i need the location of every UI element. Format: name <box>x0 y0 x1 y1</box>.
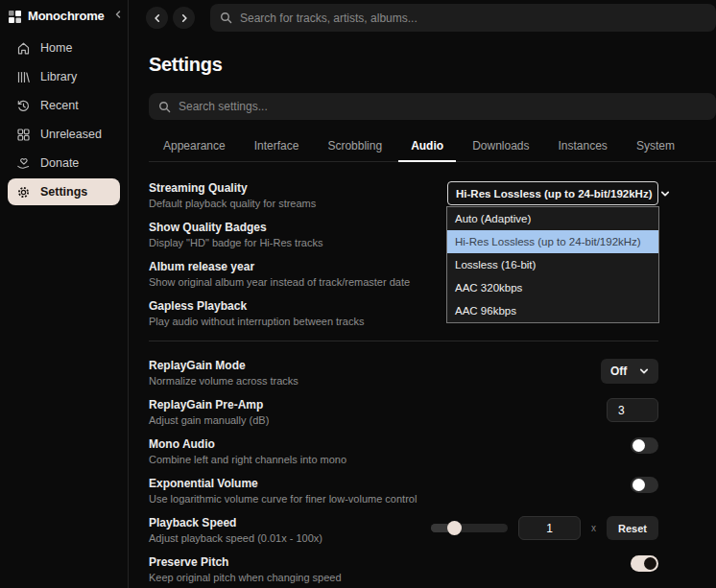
sidebar-item-donate[interactable]: Donate <box>8 150 120 176</box>
row-text: Gapless Playback Play audio without inte… <box>149 299 373 327</box>
setting-row-replaygain-preamp: ReplayGain Pre-Amp Adjust gain manually … <box>149 398 658 426</box>
sidebar-item-label: Recent <box>40 99 79 112</box>
chevron-down-icon <box>660 189 670 199</box>
setting-row-mono-audio: Mono Audio Combine left and right channe… <box>149 437 658 465</box>
dropdown-option-hires[interactable]: Hi-Res Lossless (up to 24-bit/192kHz) <box>447 230 658 253</box>
toggle-knob <box>632 479 645 491</box>
tab-instances[interactable]: Instances <box>544 132 622 161</box>
row-text: ReplayGain Mode Normalize volume across … <box>149 359 308 387</box>
search-icon <box>220 12 232 24</box>
history-icon <box>16 99 31 113</box>
setting-description: Show original album year instead of trac… <box>149 276 410 288</box>
preserve-pitch-toggle[interactable] <box>631 555 658 572</box>
dropdown-option-lossless[interactable]: Lossless (16-bit) <box>447 253 658 276</box>
dropdown-option-aac320[interactable]: AAC 320kbps <box>447 276 658 299</box>
home-icon <box>16 41 31 56</box>
row-text: Streaming Quality Default playback quali… <box>149 181 325 209</box>
sidebar-item-label: Donate <box>40 156 79 170</box>
settings-search[interactable] <box>149 93 716 120</box>
setting-description: Display "HD" badge for Hi-Res tracks <box>149 237 322 248</box>
dropdown-option-aac96[interactable]: AAC 96kbps <box>447 299 658 322</box>
setting-title: Mono Audio <box>149 437 346 451</box>
nav-forward-button[interactable] <box>173 7 195 29</box>
setting-row-playback-speed: Playback Speed Adjust playback speed (0.… <box>149 516 658 544</box>
settings-tabs: Appearance Interface Scrobbling Audio Do… <box>149 132 716 162</box>
selected-value: Off <box>610 365 627 378</box>
tab-downloads[interactable]: Downloads <box>458 132 543 161</box>
search-icon <box>158 101 171 113</box>
sidebar-item-library[interactable]: Library <box>8 63 120 90</box>
tab-appearance[interactable]: Appearance <box>149 132 240 161</box>
row-text: Playback Speed Adjust playback speed (0.… <box>149 516 332 544</box>
setting-row-replaygain-mode: ReplayGain Mode Normalize volume across … <box>149 359 658 387</box>
setting-row-preserve-pitch: Preserve Pitch Keep original pitch when … <box>149 555 658 583</box>
setting-description: Default playback quality for streams <box>149 198 316 209</box>
app-logo-icon <box>9 10 21 22</box>
chevron-down-icon <box>639 366 649 376</box>
tab-interface[interactable]: Interface <box>240 132 314 161</box>
setting-row-streaming-quality: Streaming Quality Default playback quali… <box>149 181 658 209</box>
global-search[interactable] <box>210 4 716 32</box>
sidebar-collapse-icon[interactable] <box>111 8 125 23</box>
row-text: Preserve Pitch Keep original pitch when … <box>149 555 351 583</box>
page-title: Settings <box>149 54 716 76</box>
global-search-input[interactable] <box>240 12 706 25</box>
setting-title: Streaming Quality <box>149 181 316 195</box>
setting-description: Adjust gain manually (dB) <box>149 414 269 426</box>
grid-icon <box>16 128 31 142</box>
sidebar-item-label: Home <box>40 41 72 55</box>
speed-unit-label: x <box>591 523 596 533</box>
row-text: Album release year Show original album y… <box>149 260 419 288</box>
setting-title: Exponential Volume <box>149 477 417 490</box>
playback-speed-input[interactable] <box>518 516 581 540</box>
setting-title: ReplayGain Pre-Amp <box>149 398 269 412</box>
gear-icon <box>16 185 31 200</box>
topbar <box>129 0 716 35</box>
toggle-knob <box>644 557 656 570</box>
setting-title: ReplayGain Mode <box>149 359 298 372</box>
replaygain-mode-select[interactable]: Off <box>601 359 658 384</box>
sidebar-item-label: Unreleased <box>40 128 102 141</box>
sidebar-item-settings[interactable]: Settings <box>8 178 120 205</box>
exponential-volume-toggle[interactable] <box>631 477 658 493</box>
streaming-quality-select[interactable]: Hi-Res Lossless (up to 24-bit/192kHz) <box>447 181 658 205</box>
settings-search-input[interactable] <box>179 100 706 113</box>
setting-description: Combine left and right channels into mon… <box>149 454 346 465</box>
row-text: ReplayGain Pre-Amp Adjust gain manually … <box>149 398 278 426</box>
tab-audio[interactable]: Audio <box>396 132 458 161</box>
app-window: Monochrome Home Library Recent <box>0 0 716 588</box>
playback-speed-controls: x Reset <box>431 516 658 540</box>
settings-page: Settings Appearance Interface Scrobbling… <box>129 35 716 588</box>
preamp-input[interactable] <box>607 398 658 422</box>
quality-select-wrap: Hi-Res Lossless (up to 24-bit/192kHz) Au… <box>447 181 658 205</box>
toggle-knob <box>632 439 645 452</box>
app-title: Monochrome <box>28 9 105 23</box>
playback-speed-slider[interactable] <box>431 524 508 532</box>
setting-description: Adjust playback speed (0.01x - 100x) <box>149 532 322 544</box>
row-text: Exponential Volume Use logarithmic volum… <box>149 477 426 505</box>
row-text: Mono Audio Combine left and right channe… <box>149 437 356 465</box>
dropdown-option-auto[interactable]: Auto (Adaptive) <box>447 207 658 230</box>
setting-title: Show Quality Badges <box>149 221 322 234</box>
reset-speed-button[interactable]: Reset <box>607 516 658 540</box>
setting-description: Normalize volume across tracks <box>149 375 298 387</box>
section-divider <box>149 341 658 341</box>
setting-title: Preserve Pitch <box>149 555 342 569</box>
setting-description: Play audio without interruption between … <box>149 316 364 327</box>
nav-back-button[interactable] <box>146 7 168 29</box>
sidebar-header: Monochrome <box>0 4 128 33</box>
sidebar-item-label: Settings <box>40 185 87 199</box>
library-icon <box>16 70 31 84</box>
sidebar-item-home[interactable]: Home <box>8 35 120 61</box>
slider-knob[interactable] <box>447 521 462 535</box>
settings-rows: Streaming Quality Default playback quali… <box>149 162 658 588</box>
mono-audio-toggle[interactable] <box>631 437 658 454</box>
selected-value: Hi-Res Lossless (up to 24-bit/192kHz) <box>456 188 653 200</box>
setting-title: Playback Speed <box>149 516 322 529</box>
sidebar-item-unreleased[interactable]: Unreleased <box>8 121 120 148</box>
sidebar-item-recent[interactable]: Recent <box>8 92 120 119</box>
tab-system[interactable]: System <box>622 132 689 161</box>
hand-heart-icon <box>16 156 31 171</box>
tab-scrobbling[interactable]: Scrobbling <box>313 132 396 161</box>
sidebar: Monochrome Home Library Recent <box>0 0 129 588</box>
